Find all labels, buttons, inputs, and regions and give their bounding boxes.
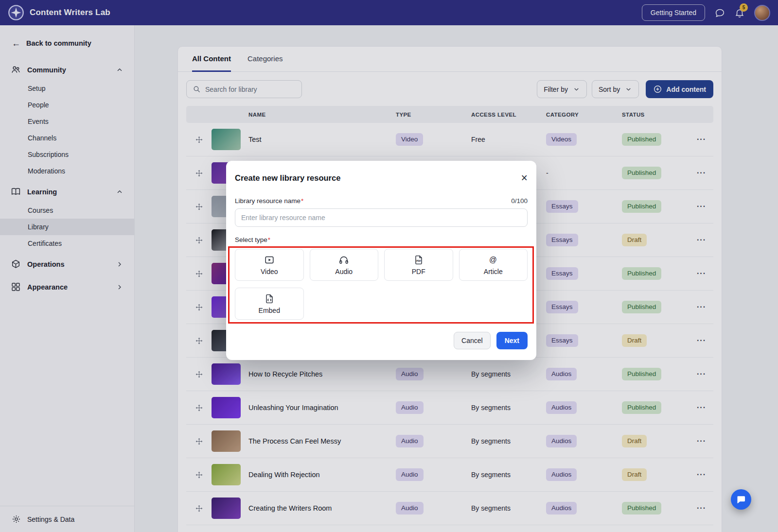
resource-name-input[interactable]	[235, 208, 528, 227]
svg-text:PDF: PDF	[416, 260, 421, 262]
type-option-label: Article	[484, 268, 503, 275]
type-option-pdf[interactable]: PDFPDF	[384, 249, 453, 281]
cancel-button[interactable]: Cancel	[454, 332, 491, 349]
article-icon: @	[488, 255, 498, 265]
modal-title: Create new library resource	[235, 173, 340, 183]
type-options: VideoAudioPDFPDF@ArticleEmbed	[235, 249, 528, 320]
pdf-icon: PDF	[413, 255, 424, 265]
resource-name-label: Library resource name*	[235, 197, 303, 205]
chat-launcher-button[interactable]	[731, 489, 751, 510]
embed-icon	[264, 293, 275, 304]
close-icon[interactable]: ×	[521, 172, 528, 184]
create-resource-modal: Create new library resource × Library re…	[226, 161, 536, 360]
type-option-label: Audio	[335, 268, 353, 275]
type-option-audio[interactable]: Audio	[310, 249, 379, 281]
video-icon	[264, 255, 275, 265]
type-option-embed[interactable]: Embed	[235, 288, 304, 320]
select-type-label: Select type*	[235, 236, 528, 243]
audio-icon	[338, 255, 349, 265]
type-option-article[interactable]: @Article	[459, 249, 528, 281]
type-option-label: Video	[261, 268, 278, 275]
required-asterisk: *	[268, 236, 270, 243]
type-option-label: PDF	[412, 268, 425, 275]
svg-text:@: @	[489, 255, 497, 263]
type-option-label: Embed	[259, 307, 280, 314]
next-button[interactable]: Next	[496, 332, 528, 349]
type-option-video[interactable]: Video	[235, 249, 304, 281]
required-asterisk: *	[301, 197, 303, 205]
chat-bubble-icon	[736, 494, 746, 505]
char-counter: 0/100	[511, 197, 528, 205]
